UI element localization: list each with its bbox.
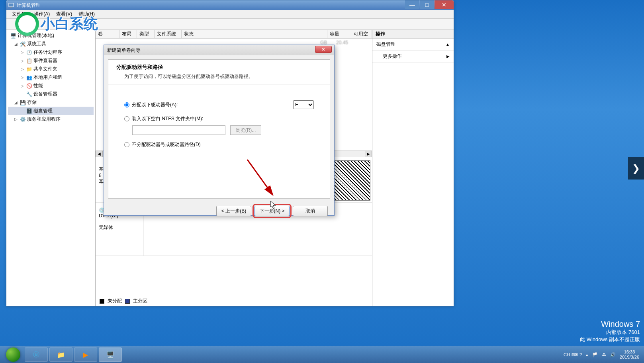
tree-panel: 🖥️ 计算机管理(本地) ◢ 🛠️ 系统工具 ▷ 🕐 任务计划程序 ▷ 📋 事件… — [6, 30, 96, 306]
volume-icon[interactable]: 🔊 — [610, 352, 616, 357]
tree-label: 共享文件夹 — [33, 66, 57, 72]
window-title: 计算机管理 — [17, 2, 452, 9]
legend-unalloc-icon — [100, 299, 104, 304]
tree-disk-management[interactable]: 🗄️ 磁盘管理 — [8, 107, 94, 115]
activation-line1: Windows 7 — [580, 320, 640, 329]
taskbar-explorer[interactable]: 📁 — [49, 347, 72, 362]
tree-storage[interactable]: ◢ 💾 存储 — [8, 98, 94, 107]
taskbar-media[interactable]: ▶ — [74, 347, 97, 362]
col-type[interactable]: 类型 — [137, 30, 155, 38]
actions-disk-mgmt-label: 磁盘管理 — [376, 41, 395, 48]
collapse-icon[interactable]: ◢ — [14, 100, 19, 105]
tree-local-users[interactable]: ▷ 👥 本地用户和组 — [8, 73, 94, 82]
taskbar-compmgmt[interactable]: 🖥️ — [99, 347, 122, 362]
tree-label: 性能 — [33, 82, 43, 89]
back-button[interactable]: < 上一步(B) — [216, 206, 251, 216]
actions-disk-mgmt[interactable]: 磁盘管理 ▲ — [372, 39, 454, 51]
compmgmt-icon: 🖥️ — [106, 351, 114, 359]
legend-primary-icon — [125, 299, 130, 304]
tree-device-manager[interactable]: 🔧 设备管理器 — [8, 90, 94, 98]
chevron-right-icon: ▶ — [446, 54, 450, 59]
system-tray: CH ⌨ ? ▴ 🏳️ 🖧 🔊 16:33 2019/3/26 — [564, 349, 642, 360]
tree-label: 存储 — [27, 99, 37, 106]
expand-icon[interactable]: ▷ — [21, 59, 25, 63]
ime-help-icon: ? — [579, 352, 582, 357]
expand-icon[interactable]: ▷ — [21, 84, 25, 88]
close-button[interactable]: ✕ — [435, 0, 454, 9]
mount-path-input — [132, 125, 225, 135]
tray-time: 16:33 — [620, 349, 639, 355]
scroll-left-icon[interactable]: ◀ — [96, 151, 103, 157]
expand-icon[interactable]: ▷ — [21, 67, 25, 71]
col-volume[interactable]: 卷 — [96, 30, 119, 38]
app-icon — [8, 2, 14, 8]
option-assign-letter[interactable]: 分配以下驱动器号(A): E — [124, 100, 314, 109]
expand-icon[interactable]: ▷ — [21, 75, 25, 80]
tree-event-viewer[interactable]: ▷ 📋 事件查看器 — [8, 57, 94, 65]
col-layout[interactable]: 布局 — [119, 30, 137, 38]
new-volume-wizard: 新建简单卷向导 ✕ 分配驱动器号和路径 为了便于访问，可以给磁盘分区分配驱动器号… — [104, 45, 335, 216]
tree-label: 任务计划程序 — [33, 49, 62, 56]
radio-none[interactable] — [124, 142, 129, 147]
clock-icon: 🕐 — [25, 49, 33, 56]
watermark-logo: 小白系统 — [15, 12, 98, 36]
tree-label: 设备管理器 — [33, 91, 57, 98]
tree-performance[interactable]: ▷ 🚫 性能 — [8, 82, 94, 90]
col-capacity[interactable]: 容量 — [327, 30, 351, 38]
actions-more-label: 更多操作 — [376, 53, 402, 60]
drive-letter-select[interactable]: E — [293, 100, 314, 109]
tree-shared-folders[interactable]: ▷ 📁 共享文件夹 — [8, 65, 94, 73]
users-icon: 👥 — [25, 74, 33, 81]
windows-orb-icon — [6, 347, 20, 362]
expand-icon[interactable]: ▷ — [14, 117, 19, 121]
tray-clock[interactable]: 16:33 2019/3/26 — [620, 349, 639, 360]
activation-line2: 内部版本 7601 — [580, 329, 640, 336]
wizard-titlebar[interactable]: 新建简单卷向导 ✕ — [104, 45, 334, 55]
wizard-close-button[interactable]: ✕ — [315, 46, 332, 53]
network-icon[interactable]: 🖧 — [602, 352, 606, 357]
radio-mount[interactable] — [124, 116, 129, 121]
option-mount-folder[interactable]: 装入以下空白 NTFS 文件夹中(M): — [124, 115, 314, 122]
tree-services-apps[interactable]: ▷ ⚙️ 服务和应用程序 — [8, 115, 94, 123]
titlebar[interactable]: 计算机管理 — □ ✕ — [6, 0, 454, 10]
chevron-right-icon: ❯ — [632, 163, 640, 174]
share-icon: 📁 — [25, 66, 33, 72]
storage-icon: 💾 — [19, 100, 26, 106]
legend-primary-label: 主分区 — [133, 298, 147, 304]
ie-icon: ⓔ — [33, 351, 39, 359]
expand-icon[interactable]: ▷ — [21, 50, 25, 55]
minimize-button[interactable]: — — [405, 0, 419, 9]
option-no-assign[interactable]: 不分配驱动器号或驱动器路径(D) — [124, 141, 314, 148]
flag-icon[interactable]: 🏳️ — [592, 352, 598, 357]
actions-more[interactable]: 更多操作 ▶ — [372, 51, 454, 62]
legend-unalloc-label: 未分配 — [108, 298, 122, 304]
tree-label: 磁盘管理 — [33, 107, 53, 114]
legend: 未分配 主分区 — [96, 296, 372, 306]
taskbar: ⓔ 📁 ▶ 🖥️ CH ⌨ ? ▴ 🏳️ 🖧 🔊 16:33 2019/3/26 — [0, 346, 644, 363]
tray-expand-icon[interactable]: ▴ — [586, 352, 588, 357]
disk-icon: 🗄️ — [25, 108, 33, 114]
watermark-text: 小白系统 — [41, 14, 98, 34]
collapse-icon[interactable]: ◢ — [14, 42, 19, 46]
start-button[interactable] — [2, 347, 24, 362]
tree-system-tools[interactable]: ◢ 🛠️ 系统工具 — [8, 40, 94, 48]
tree-task-scheduler[interactable]: ▷ 🕐 任务计划程序 — [8, 48, 94, 57]
wizard-description: 为了便于访问，可以给磁盘分区分配驱动器号或驱动器路径。 — [108, 73, 330, 84]
free-value: 20.45 — [336, 40, 348, 45]
col-status[interactable]: 状态 — [182, 30, 327, 38]
activation-watermark: Windows 7 内部版本 7601 此 Windows 副本不是正版 — [580, 320, 640, 343]
ime-indicator[interactable]: CH ⌨ ? — [564, 352, 582, 357]
col-free[interactable]: 可用空 — [351, 30, 372, 38]
radio-mount-label: 装入以下空白 NTFS 文件夹中(M): — [132, 115, 314, 122]
scroll-right-icon[interactable]: ▶ — [365, 151, 372, 157]
radio-assign[interactable] — [124, 102, 129, 107]
gallery-next-button[interactable]: ❯ — [628, 157, 644, 180]
cancel-button[interactable]: 取消 — [293, 206, 328, 216]
maximize-button[interactable]: □ — [420, 0, 434, 9]
taskbar-ie[interactable]: ⓔ — [25, 347, 48, 362]
svg-rect-0 — [9, 3, 14, 7]
column-headers: 卷 布局 类型 文件系统 状态 容量 可用空 — [96, 30, 372, 39]
no-media-label: 无媒体 — [99, 224, 113, 230]
col-filesystem[interactable]: 文件系统 — [155, 30, 182, 38]
folder-icon: 📁 — [57, 351, 65, 359]
